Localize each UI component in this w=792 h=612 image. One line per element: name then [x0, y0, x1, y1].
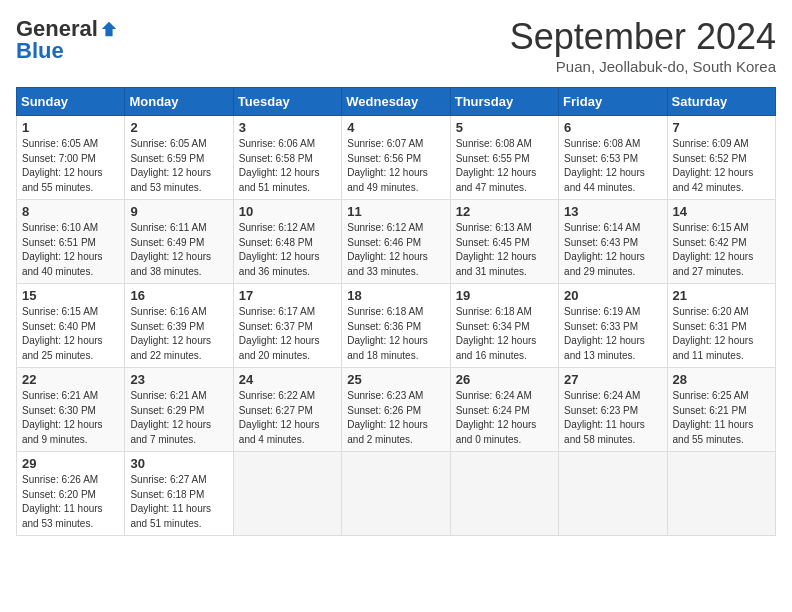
table-row: 27Sunrise: 6:24 AMSunset: 6:23 PMDayligh…	[559, 368, 667, 452]
day-number: 20	[564, 288, 661, 303]
day-number: 1	[22, 120, 119, 135]
day-number: 26	[456, 372, 553, 387]
table-row	[667, 452, 775, 536]
day-info: Sunrise: 6:05 AMSunset: 6:59 PMDaylight:…	[130, 137, 227, 195]
day-number: 30	[130, 456, 227, 471]
day-number: 2	[130, 120, 227, 135]
day-number: 24	[239, 372, 336, 387]
day-number: 10	[239, 204, 336, 219]
day-number: 13	[564, 204, 661, 219]
day-info: Sunrise: 6:15 AMSunset: 6:42 PMDaylight:…	[673, 221, 770, 279]
day-info: Sunrise: 6:27 AMSunset: 6:18 PMDaylight:…	[130, 473, 227, 531]
day-info: Sunrise: 6:17 AMSunset: 6:37 PMDaylight:…	[239, 305, 336, 363]
table-row: 20Sunrise: 6:19 AMSunset: 6:33 PMDayligh…	[559, 284, 667, 368]
day-info: Sunrise: 6:21 AMSunset: 6:29 PMDaylight:…	[130, 389, 227, 447]
weekday-header-cell: Monday	[125, 88, 233, 116]
table-row: 10Sunrise: 6:12 AMSunset: 6:48 PMDayligh…	[233, 200, 341, 284]
day-info: Sunrise: 6:20 AMSunset: 6:31 PMDaylight:…	[673, 305, 770, 363]
day-info: Sunrise: 6:15 AMSunset: 6:40 PMDaylight:…	[22, 305, 119, 363]
table-row: 30Sunrise: 6:27 AMSunset: 6:18 PMDayligh…	[125, 452, 233, 536]
svg-marker-0	[102, 22, 116, 36]
table-row	[450, 452, 558, 536]
day-number: 15	[22, 288, 119, 303]
day-info: Sunrise: 6:18 AMSunset: 6:36 PMDaylight:…	[347, 305, 444, 363]
day-number: 4	[347, 120, 444, 135]
table-row: 5Sunrise: 6:08 AMSunset: 6:55 PMDaylight…	[450, 116, 558, 200]
table-row: 15Sunrise: 6:15 AMSunset: 6:40 PMDayligh…	[17, 284, 125, 368]
day-info: Sunrise: 6:13 AMSunset: 6:45 PMDaylight:…	[456, 221, 553, 279]
day-number: 11	[347, 204, 444, 219]
day-info: Sunrise: 6:08 AMSunset: 6:53 PMDaylight:…	[564, 137, 661, 195]
table-row: 4Sunrise: 6:07 AMSunset: 6:56 PMDaylight…	[342, 116, 450, 200]
day-info: Sunrise: 6:12 AMSunset: 6:46 PMDaylight:…	[347, 221, 444, 279]
title-area: September 2024 Puan, Jeollabuk-do, South…	[510, 16, 776, 75]
table-row: 13Sunrise: 6:14 AMSunset: 6:43 PMDayligh…	[559, 200, 667, 284]
day-number: 21	[673, 288, 770, 303]
day-info: Sunrise: 6:14 AMSunset: 6:43 PMDaylight:…	[564, 221, 661, 279]
table-row: 9Sunrise: 6:11 AMSunset: 6:49 PMDaylight…	[125, 200, 233, 284]
calendar-week-row: 8Sunrise: 6:10 AMSunset: 6:51 PMDaylight…	[17, 200, 776, 284]
weekday-header-cell: Sunday	[17, 88, 125, 116]
day-info: Sunrise: 6:19 AMSunset: 6:33 PMDaylight:…	[564, 305, 661, 363]
table-row: 8Sunrise: 6:10 AMSunset: 6:51 PMDaylight…	[17, 200, 125, 284]
table-row: 21Sunrise: 6:20 AMSunset: 6:31 PMDayligh…	[667, 284, 775, 368]
table-row: 17Sunrise: 6:17 AMSunset: 6:37 PMDayligh…	[233, 284, 341, 368]
weekday-header-cell: Wednesday	[342, 88, 450, 116]
day-number: 5	[456, 120, 553, 135]
day-number: 28	[673, 372, 770, 387]
day-number: 6	[564, 120, 661, 135]
weekday-header-cell: Tuesday	[233, 88, 341, 116]
day-info: Sunrise: 6:10 AMSunset: 6:51 PMDaylight:…	[22, 221, 119, 279]
logo: General Blue	[16, 16, 118, 64]
day-info: Sunrise: 6:11 AMSunset: 6:49 PMDaylight:…	[130, 221, 227, 279]
table-row	[233, 452, 341, 536]
calendar-week-row: 15Sunrise: 6:15 AMSunset: 6:40 PMDayligh…	[17, 284, 776, 368]
header: General Blue September 2024 Puan, Jeolla…	[16, 16, 776, 75]
day-number: 22	[22, 372, 119, 387]
day-info: Sunrise: 6:05 AMSunset: 7:00 PMDaylight:…	[22, 137, 119, 195]
day-info: Sunrise: 6:25 AMSunset: 6:21 PMDaylight:…	[673, 389, 770, 447]
table-row: 28Sunrise: 6:25 AMSunset: 6:21 PMDayligh…	[667, 368, 775, 452]
day-number: 8	[22, 204, 119, 219]
calendar-week-row: 1Sunrise: 6:05 AMSunset: 7:00 PMDaylight…	[17, 116, 776, 200]
table-row: 7Sunrise: 6:09 AMSunset: 6:52 PMDaylight…	[667, 116, 775, 200]
day-info: Sunrise: 6:21 AMSunset: 6:30 PMDaylight:…	[22, 389, 119, 447]
day-info: Sunrise: 6:22 AMSunset: 6:27 PMDaylight:…	[239, 389, 336, 447]
day-number: 7	[673, 120, 770, 135]
day-info: Sunrise: 6:07 AMSunset: 6:56 PMDaylight:…	[347, 137, 444, 195]
logo-blue-text: Blue	[16, 38, 64, 64]
day-number: 23	[130, 372, 227, 387]
table-row: 25Sunrise: 6:23 AMSunset: 6:26 PMDayligh…	[342, 368, 450, 452]
calendar: SundayMondayTuesdayWednesdayThursdayFrid…	[16, 87, 776, 536]
table-row: 14Sunrise: 6:15 AMSunset: 6:42 PMDayligh…	[667, 200, 775, 284]
day-number: 17	[239, 288, 336, 303]
day-number: 19	[456, 288, 553, 303]
calendar-week-row: 29Sunrise: 6:26 AMSunset: 6:20 PMDayligh…	[17, 452, 776, 536]
day-info: Sunrise: 6:24 AMSunset: 6:23 PMDaylight:…	[564, 389, 661, 447]
table-row: 23Sunrise: 6:21 AMSunset: 6:29 PMDayligh…	[125, 368, 233, 452]
day-number: 14	[673, 204, 770, 219]
weekday-header-cell: Friday	[559, 88, 667, 116]
weekday-header-row: SundayMondayTuesdayWednesdayThursdayFrid…	[17, 88, 776, 116]
table-row: 26Sunrise: 6:24 AMSunset: 6:24 PMDayligh…	[450, 368, 558, 452]
table-row	[559, 452, 667, 536]
weekday-header-cell: Saturday	[667, 88, 775, 116]
day-info: Sunrise: 6:06 AMSunset: 6:58 PMDaylight:…	[239, 137, 336, 195]
table-row: 16Sunrise: 6:16 AMSunset: 6:39 PMDayligh…	[125, 284, 233, 368]
day-info: Sunrise: 6:23 AMSunset: 6:26 PMDaylight:…	[347, 389, 444, 447]
table-row: 22Sunrise: 6:21 AMSunset: 6:30 PMDayligh…	[17, 368, 125, 452]
calendar-week-row: 22Sunrise: 6:21 AMSunset: 6:30 PMDayligh…	[17, 368, 776, 452]
day-info: Sunrise: 6:09 AMSunset: 6:52 PMDaylight:…	[673, 137, 770, 195]
day-number: 27	[564, 372, 661, 387]
table-row: 19Sunrise: 6:18 AMSunset: 6:34 PMDayligh…	[450, 284, 558, 368]
subtitle: Puan, Jeollabuk-do, South Korea	[510, 58, 776, 75]
day-info: Sunrise: 6:08 AMSunset: 6:55 PMDaylight:…	[456, 137, 553, 195]
table-row: 6Sunrise: 6:08 AMSunset: 6:53 PMDaylight…	[559, 116, 667, 200]
weekday-header-cell: Thursday	[450, 88, 558, 116]
day-number: 29	[22, 456, 119, 471]
day-number: 16	[130, 288, 227, 303]
day-info: Sunrise: 6:16 AMSunset: 6:39 PMDaylight:…	[130, 305, 227, 363]
day-number: 12	[456, 204, 553, 219]
day-number: 18	[347, 288, 444, 303]
table-row: 3Sunrise: 6:06 AMSunset: 6:58 PMDaylight…	[233, 116, 341, 200]
